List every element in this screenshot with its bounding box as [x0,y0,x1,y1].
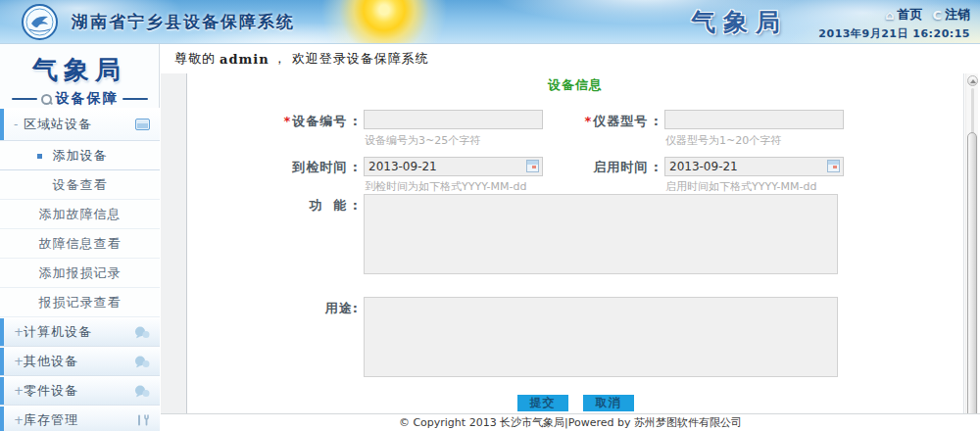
submit-button[interactable]: 提交 [517,395,568,411]
sidebar-section-parts[interactable]: + 零件设备 [0,376,160,406]
bureau-name: 气象局 [683,6,796,38]
home-icon: ⌂ [885,8,894,23]
enable-date-hint: 启用时间如下格式YYYY-MM-dd [665,179,816,194]
chat-bubble-icon [134,385,150,398]
enable-date-input[interactable] [664,157,844,176]
sidebar: 气象局 设备保障 - 区域站设备 添加设备 设备查看 [0,44,160,431]
form-title: 设备信息 [187,76,963,94]
logout-icon: C [932,8,942,23]
section-label: 零件设备 [24,382,78,400]
form-row-2: 到检时间 : 启用时间 : [187,156,963,176]
sidebar-item-add-device[interactable]: 添加设备 [0,141,160,170]
tools-icon [136,414,150,427]
required-mark: * [584,114,592,128]
search-icon [41,94,52,105]
active-bullet-icon [37,154,42,159]
check-date-input[interactable] [364,157,543,176]
sidebar-item-view-fault[interactable]: 故障信息查看 [0,229,160,259]
datetime: 2013年9月21日 16:20:15 [818,26,970,41]
cancel-button[interactable]: 取消 [583,395,634,411]
sidebar-section-other[interactable]: + 其他设备 [0,347,160,376]
submenu-label: 添加报损记录 [39,264,122,282]
model-hint: 仪器型号为1~20个字符 [665,133,781,148]
sidebar-item-view-device[interactable]: 设备查看 [0,170,160,200]
check-date-label: 到检时间 : [187,156,359,176]
enable-date-label: 启用时间 : [543,156,660,176]
device-no-label: *设备编号 : [187,110,359,130]
form-row-function: 功 能 : [187,194,963,274]
section-accent-bar [0,377,4,405]
form-row-usage: 用途: [187,297,963,377]
expand-icon: + [14,384,24,398]
expand-icon: + [14,413,24,427]
model-label: *仪器型号 : [543,110,660,130]
form-buttons: 提交 取消 [187,395,963,411]
greeting-username: admin [220,52,270,67]
sidebar-item-add-damage[interactable]: 添加报损记录 [0,259,160,288]
section-label: 库存管理 [24,411,78,429]
sidebar-section-region-station[interactable]: - 区域站设备 [0,108,160,141]
submenu-label: 故障信息查看 [39,235,122,253]
collapse-icon: - [14,118,24,131]
logout-link-label: 注销 [945,6,970,24]
function-textarea[interactable] [364,194,838,274]
vertical-scrollbar[interactable] [965,73,978,431]
sidebar-subtitle: 设备保障 [56,90,119,108]
section-label: 其他设备 [24,353,78,370]
section-label: 计算机设备 [24,323,92,341]
model-input[interactable] [664,110,844,129]
monitor-icon [135,119,150,130]
app-root: 湖南省宁乡县设备保障系统 气象局 ⌂ 首页 C 注销 2013年9月21日 16… [0,0,980,431]
greeting-suffix: ， 欢迎登录设备保障系统 [273,50,429,68]
scroll-up-icon[interactable] [967,75,978,86]
home-link[interactable]: ⌂ 首页 [885,6,922,24]
content-gutter [161,73,186,431]
function-label: 功 能 : [187,194,359,215]
submenu-label: 报损记录查看 [39,294,122,311]
submenu-label: 添加故障信息 [39,206,122,223]
section-accent-bar [0,407,4,431]
section-accent-bar [0,348,4,375]
device-no-hint: 设备编号为3~25个字符 [365,133,480,148]
required-mark: * [283,114,291,128]
expand-icon: + [14,325,24,339]
calendar-icon[interactable] [827,160,840,172]
device-form-panel: 设备信息 *设备编号 : *仪器型号 : 设备编号为3~25个字符 仪器型号为1… [186,73,964,431]
section-label: 区域站设备 [24,116,92,133]
bureau-logo-icon [22,4,58,40]
submenu-label: 设备查看 [53,176,108,194]
greeting-prefix: 尊敬的 [174,50,216,68]
sidebar-section-computer[interactable]: + 计算机设备 [0,317,160,347]
calendar-icon[interactable] [526,160,539,172]
header-brand: 湖南省宁乡县设备保障系统 [22,4,295,40]
sidebar-subtitle-row: 设备保障 [0,90,159,108]
greeting-bar: 尊敬的 admin ， 欢迎登录设备保障系统 [161,44,980,73]
usage-textarea[interactable] [364,297,838,377]
page-footer: © Copyright 2013 长沙市气象局|Powered by 苏州梦图软… [161,413,980,431]
sidebar-menu: - 区域站设备 添加设备 设备查看 添加故障信息 故障信息查看 [0,108,160,431]
scrollbar-thumb[interactable] [967,132,977,431]
check-date-hint: 到检时间为如下格式YYYY-MM-dd [365,179,526,194]
form-row-1: *设备编号 : *仪器型号 : [187,110,963,130]
chat-bubble-icon [134,326,150,339]
sidebar-item-view-damage[interactable]: 报损记录查看 [0,288,160,317]
device-no-input[interactable] [364,110,543,129]
sidebar-section-inventory[interactable]: + 库存管理 [0,406,160,431]
chat-bubble-icon [134,356,150,368]
copyright-text: © Copyright 2013 长沙市气象局|Powered by 苏州梦图软… [399,415,742,430]
section-accent-bar [0,318,4,346]
divider [122,98,148,100]
divider [12,98,37,100]
app-title: 湖南省宁乡县设备保障系统 [72,11,295,33]
logout-link[interactable]: C 注销 [932,6,970,24]
app-header: 湖南省宁乡县设备保障系统 气象局 ⌂ 首页 C 注销 2013年9月21日 16… [0,0,980,44]
expand-icon: + [14,355,24,368]
header-nav: ⌂ 首页 C 注销 2013年9月21日 16:20:15 [818,6,970,41]
sidebar-brand: 气象局 [0,53,159,87]
sidebar-item-add-fault[interactable]: 添加故障信息 [0,200,160,229]
usage-label: 用途: [187,297,359,317]
section-accent-bar [0,109,4,140]
submenu-label: 添加设备 [53,147,108,165]
sidebar-submenu: 添加设备 设备查看 添加故障信息 故障信息查看 添加报损记录 报损记录查看 [0,141,160,317]
home-link-label: 首页 [897,6,922,24]
